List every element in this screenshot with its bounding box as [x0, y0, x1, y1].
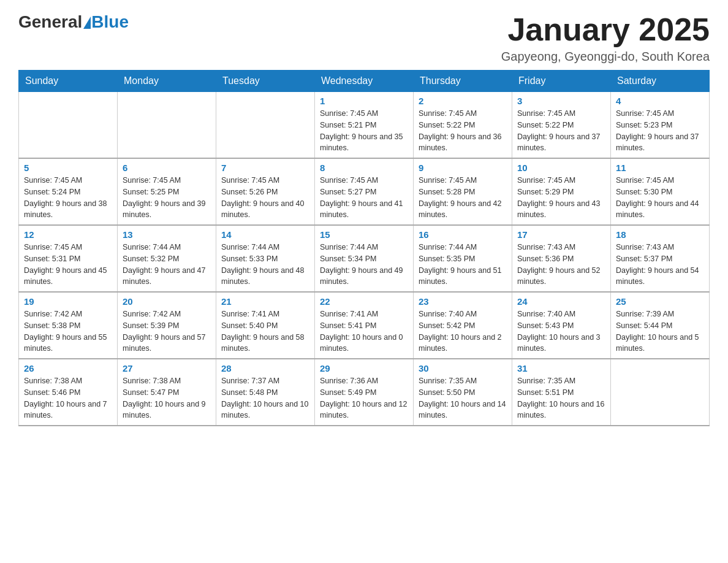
day-number: 25	[616, 296, 704, 307]
day-info: Sunrise: 7:45 AM Sunset: 5:22 PM Dayligh…	[419, 108, 507, 154]
calendar-header-tuesday: Tuesday	[216, 71, 315, 92]
calendar-cell: 14Sunrise: 7:44 AM Sunset: 5:33 PM Dayli…	[216, 225, 315, 292]
calendar-cell: 27Sunrise: 7:38 AM Sunset: 5:47 PM Dayli…	[118, 359, 216, 426]
day-info: Sunrise: 7:45 AM Sunset: 5:24 PM Dayligh…	[24, 175, 112, 221]
day-info: Sunrise: 7:38 AM Sunset: 5:46 PM Dayligh…	[24, 375, 112, 421]
day-info: Sunrise: 7:35 AM Sunset: 5:50 PM Dayligh…	[419, 375, 507, 421]
calendar-header-row: SundayMondayTuesdayWednesdayThursdayFrid…	[19, 71, 710, 92]
logo-triangle-icon	[83, 17, 91, 29]
title-block: January 2025 Gapyeong, Gyeonggi-do, Sout…	[501, 12, 710, 64]
day-number: 23	[419, 296, 507, 307]
calendar-week-row: 26Sunrise: 7:38 AM Sunset: 5:46 PM Dayli…	[19, 359, 710, 426]
day-info: Sunrise: 7:45 AM Sunset: 5:29 PM Dayligh…	[517, 175, 605, 221]
day-number: 10	[517, 163, 605, 173]
calendar-cell: 28Sunrise: 7:37 AM Sunset: 5:48 PM Dayli…	[216, 359, 315, 426]
day-info: Sunrise: 7:41 AM Sunset: 5:40 PM Dayligh…	[221, 308, 309, 354]
calendar-cell: 1Sunrise: 7:45 AM Sunset: 5:21 PM Daylig…	[315, 92, 414, 159]
calendar-week-row: 5Sunrise: 7:45 AM Sunset: 5:24 PM Daylig…	[19, 158, 710, 225]
logo: General Blue	[18, 12, 129, 32]
day-number: 2	[419, 96, 507, 106]
calendar-cell: 4Sunrise: 7:45 AM Sunset: 5:23 PM Daylig…	[611, 92, 710, 159]
day-number: 31	[517, 363, 605, 373]
calendar-cell: 2Sunrise: 7:45 AM Sunset: 5:22 PM Daylig…	[414, 92, 512, 159]
day-number: 16	[419, 229, 507, 240]
day-info: Sunrise: 7:36 AM Sunset: 5:49 PM Dayligh…	[320, 375, 408, 421]
day-info: Sunrise: 7:42 AM Sunset: 5:38 PM Dayligh…	[24, 308, 112, 354]
calendar-cell: 17Sunrise: 7:43 AM Sunset: 5:36 PM Dayli…	[512, 225, 611, 292]
day-number: 18	[616, 229, 704, 240]
calendar-cell: 10Sunrise: 7:45 AM Sunset: 5:29 PM Dayli…	[512, 158, 611, 225]
logo-blue-part: Blue	[82, 12, 129, 32]
calendar-cell: 15Sunrise: 7:44 AM Sunset: 5:34 PM Dayli…	[315, 225, 414, 292]
calendar-cell: 26Sunrise: 7:38 AM Sunset: 5:46 PM Dayli…	[19, 359, 118, 426]
calendar-cell	[216, 92, 315, 159]
calendar-subtitle: Gapyeong, Gyeonggi-do, South Korea	[501, 50, 710, 64]
calendar-header-sunday: Sunday	[19, 71, 118, 92]
calendar-cell: 22Sunrise: 7:41 AM Sunset: 5:41 PM Dayli…	[315, 292, 414, 359]
day-number: 12	[24, 229, 112, 240]
calendar-cell: 13Sunrise: 7:44 AM Sunset: 5:32 PM Dayli…	[118, 225, 216, 292]
day-number: 17	[517, 229, 605, 240]
calendar-cell: 20Sunrise: 7:42 AM Sunset: 5:39 PM Dayli…	[118, 292, 216, 359]
day-info: Sunrise: 7:44 AM Sunset: 5:34 PM Dayligh…	[320, 242, 408, 288]
day-info: Sunrise: 7:43 AM Sunset: 5:37 PM Dayligh…	[616, 242, 704, 288]
calendar-cell: 23Sunrise: 7:40 AM Sunset: 5:42 PM Dayli…	[414, 292, 512, 359]
day-info: Sunrise: 7:44 AM Sunset: 5:32 PM Dayligh…	[123, 242, 211, 288]
day-number: 13	[123, 229, 211, 240]
day-number: 5	[24, 163, 112, 173]
calendar-table: SundayMondayTuesdayWednesdayThursdayFrid…	[18, 70, 710, 426]
day-info: Sunrise: 7:40 AM Sunset: 5:42 PM Dayligh…	[419, 308, 507, 354]
calendar-header-thursday: Thursday	[414, 71, 512, 92]
calendar-cell: 21Sunrise: 7:41 AM Sunset: 5:40 PM Dayli…	[216, 292, 315, 359]
calendar-header-saturday: Saturday	[611, 71, 710, 92]
day-number: 22	[320, 296, 408, 307]
day-number: 6	[123, 163, 211, 173]
day-number: 20	[123, 296, 211, 307]
day-info: Sunrise: 7:45 AM Sunset: 5:28 PM Dayligh…	[419, 175, 507, 221]
day-number: 3	[517, 96, 605, 106]
calendar-cell: 29Sunrise: 7:36 AM Sunset: 5:49 PM Dayli…	[315, 359, 414, 426]
day-info: Sunrise: 7:37 AM Sunset: 5:48 PM Dayligh…	[221, 375, 309, 421]
page-header: General Blue January 2025 Gapyeong, Gyeo…	[18, 12, 710, 64]
day-info: Sunrise: 7:45 AM Sunset: 5:27 PM Dayligh…	[320, 175, 408, 221]
calendar-week-row: 1Sunrise: 7:45 AM Sunset: 5:21 PM Daylig…	[19, 92, 710, 159]
calendar-cell	[611, 359, 710, 426]
day-info: Sunrise: 7:45 AM Sunset: 5:21 PM Dayligh…	[320, 108, 408, 154]
day-info: Sunrise: 7:45 AM Sunset: 5:30 PM Dayligh…	[616, 175, 704, 221]
calendar-cell: 25Sunrise: 7:39 AM Sunset: 5:44 PM Dayli…	[611, 292, 710, 359]
day-info: Sunrise: 7:42 AM Sunset: 5:39 PM Dayligh…	[123, 308, 211, 354]
calendar-cell: 18Sunrise: 7:43 AM Sunset: 5:37 PM Dayli…	[611, 225, 710, 292]
day-info: Sunrise: 7:39 AM Sunset: 5:44 PM Dayligh…	[616, 308, 704, 354]
calendar-cell: 11Sunrise: 7:45 AM Sunset: 5:30 PM Dayli…	[611, 158, 710, 225]
logo-blue-text: Blue	[91, 12, 129, 32]
calendar-cell: 31Sunrise: 7:35 AM Sunset: 5:51 PM Dayli…	[512, 359, 611, 426]
calendar-cell: 5Sunrise: 7:45 AM Sunset: 5:24 PM Daylig…	[19, 158, 118, 225]
day-info: Sunrise: 7:45 AM Sunset: 5:22 PM Dayligh…	[517, 108, 605, 154]
day-number: 30	[419, 363, 507, 373]
calendar-header-wednesday: Wednesday	[315, 71, 414, 92]
calendar-title: January 2025	[501, 12, 710, 47]
day-number: 4	[616, 96, 704, 106]
day-number: 28	[221, 363, 309, 373]
day-number: 8	[320, 163, 408, 173]
day-info: Sunrise: 7:43 AM Sunset: 5:36 PM Dayligh…	[517, 242, 605, 288]
day-number: 27	[123, 363, 211, 373]
day-number: 7	[221, 163, 309, 173]
day-info: Sunrise: 7:45 AM Sunset: 5:31 PM Dayligh…	[24, 242, 112, 288]
day-number: 15	[320, 229, 408, 240]
day-info: Sunrise: 7:38 AM Sunset: 5:47 PM Dayligh…	[123, 375, 211, 421]
day-number: 9	[419, 163, 507, 173]
calendar-header-monday: Monday	[118, 71, 216, 92]
calendar-week-row: 12Sunrise: 7:45 AM Sunset: 5:31 PM Dayli…	[19, 225, 710, 292]
day-number: 21	[221, 296, 309, 307]
day-info: Sunrise: 7:44 AM Sunset: 5:33 PM Dayligh…	[221, 242, 309, 288]
day-info: Sunrise: 7:45 AM Sunset: 5:25 PM Dayligh…	[123, 175, 211, 221]
day-number: 24	[517, 296, 605, 307]
day-number: 11	[616, 163, 704, 173]
logo-general-text: General	[18, 12, 82, 32]
calendar-cell: 9Sunrise: 7:45 AM Sunset: 5:28 PM Daylig…	[414, 158, 512, 225]
day-number: 19	[24, 296, 112, 307]
day-number: 26	[24, 363, 112, 373]
day-number: 1	[320, 96, 408, 106]
day-number: 14	[221, 229, 309, 240]
